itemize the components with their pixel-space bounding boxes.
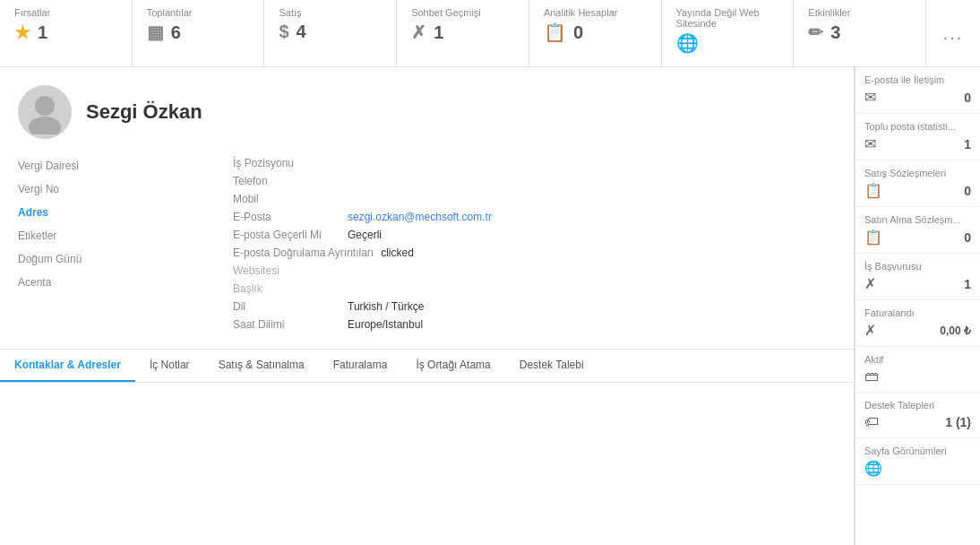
- globe-icon: 🌐: [864, 460, 882, 477]
- analytics-icon: 📋: [544, 22, 566, 43]
- label-eposta-dogrulama: E-posta Doğrulama Ayrıntıları: [233, 247, 374, 259]
- topbar-count-satis: 4: [297, 22, 306, 42]
- topbar-count-analitik: 0: [573, 22, 583, 43]
- row-eposta-gecerli: E-posta Geçerli Mi Geçerli: [233, 229, 502, 241]
- tab-is-ortagi[interactable]: İş Ortağı Atama: [401, 350, 504, 382]
- ri-label-destek-talepleri: Destek Talepleri: [864, 400, 971, 411]
- label-mobil: Mobil: [233, 193, 340, 205]
- cross-icon-2: ✗: [864, 322, 876, 339]
- topbar-count-sohbet: 1: [434, 22, 443, 43]
- tab-kontaklar[interactable]: Kontaklar & Adresler: [0, 350, 135, 382]
- tab-faturalama[interactable]: Faturalama: [319, 350, 402, 382]
- field-etiketler: Etiketler: [18, 227, 197, 245]
- right-item-aktif[interactable]: Aktif 🗃: [855, 347, 980, 393]
- tab-satis-satinalma[interactable]: Satış & Satınalma: [204, 350, 319, 382]
- row-websitesi: Websitesi: [233, 264, 502, 277]
- topbar-label-etkinlikler: Etkinlikler: [808, 7, 850, 18]
- label-eposta-gecerli: E-posta Geçerli Mi: [233, 229, 340, 241]
- topbar-item-analitik[interactable]: Analitik Hesaplar 📋 0: [529, 0, 662, 66]
- profile-header: Sezgi Özkan: [0, 67, 854, 148]
- label-dil: Dil: [233, 300, 340, 313]
- right-panel: E-posta ile İletişim ✉ 0 Toplu posta ist…: [855, 67, 980, 545]
- ri-count-toplu-posta: 1: [964, 137, 971, 151]
- dollar-icon: $: [279, 22, 288, 42]
- document-icon-2: 📋: [864, 229, 882, 246]
- label-saat-dilimi: Saat Dilimi: [233, 318, 340, 331]
- topbar-label-toplantilar: Toplantılar: [147, 7, 193, 18]
- topbar-label-analitik: Analitik Hesaplar: [544, 7, 618, 18]
- avatar: [18, 85, 72, 139]
- web-icon: 🌐: [676, 32, 699, 54]
- tab-ic-notlar[interactable]: İç Notlar: [135, 350, 204, 382]
- ri-count-faturalandı: 0,00 ₺: [940, 324, 971, 337]
- field-acenta: Acenta: [18, 273, 197, 291]
- row-eposta-dogrulama: E-posta Doğrulama Ayrıntıları clicked: [233, 247, 502, 259]
- topbar-count-toplantilar: 6: [171, 22, 181, 43]
- label-eposta: E-Posta: [233, 211, 340, 223]
- row-mobil: Mobil: [233, 193, 502, 205]
- right-item-is-basvurusu[interactable]: İş Başvurusu ✗ 1: [855, 254, 980, 300]
- profile-name: Sezgi Özkan: [86, 100, 202, 124]
- row-baslik: Başlık: [233, 282, 502, 295]
- topbar-item-toplantilar[interactable]: Toplantılar ▦ 6: [133, 0, 265, 66]
- right-item-satis-sozlesme[interactable]: Satış Sözleşmeleri 📋 0: [855, 160, 980, 207]
- right-item-destek-talepleri[interactable]: Destek Talepleri 🏷 1 (1): [855, 393, 980, 438]
- topbar-item-sohbet[interactable]: Sohbet Geçmişi ✗ 1: [397, 0, 529, 66]
- topbar-label-satis: Satış: [279, 7, 301, 18]
- ri-label-is-basvurusu: İş Başvurusu: [864, 261, 971, 272]
- ri-count-eposta-iletisim: 0: [964, 91, 971, 105]
- right-item-faturalandı[interactable]: Faturalandı ✗ 0,00 ₺: [855, 300, 980, 347]
- row-eposta: E-Posta sezgi.ozkan@mechsoft.com.tr: [233, 211, 502, 223]
- envelope-icon-1: ✉: [864, 89, 876, 106]
- pencil-icon: ✏: [808, 22, 823, 43]
- topbar-count-firsatlar: 1: [38, 22, 47, 43]
- tag-icon: 🏷: [864, 414, 879, 430]
- main-container: Sezgi Özkan Vergi Dairesi Vergi No Adres…: [0, 67, 980, 545]
- document-icon-1: 📋: [864, 182, 882, 199]
- ri-label-sayfa-gorunum: Sayfa Görünümleri: [864, 446, 971, 456]
- right-info-col: İş Pozisyonu Telefon Mobil E-Posta sezgi…: [233, 157, 502, 331]
- value-eposta[interactable]: sezgi.ozkan@mechsoft.com.tr: [348, 211, 492, 223]
- ri-count-is-basvurusu: 1: [964, 277, 971, 291]
- field-adres[interactable]: Adres: [18, 203, 197, 221]
- calendar-icon: ▦: [147, 22, 164, 43]
- value-saat-dilimi: Europe/Istanbul: [348, 318, 423, 331]
- value-dil: Turkish / Türkçe: [348, 300, 424, 313]
- field-vergi-dairesi: Vergi Dairesi: [18, 157, 197, 175]
- ri-label-toplu-posta: Toplu posta istatisti...: [864, 121, 971, 132]
- row-dil: Dil Turkish / Türkçe: [233, 300, 502, 313]
- archive-icon: 🗃: [864, 368, 879, 385]
- label-is-pozisyonu: İş Pozisyonu: [233, 157, 340, 169]
- top-bar: Fırsatlar ★ 1 Toplantılar ▦ 6 Satış $ 4 …: [0, 0, 980, 67]
- topbar-count-etkinlikler: 3: [830, 22, 840, 43]
- topbar-item-firsatlar[interactable]: Fırsatlar ★ 1: [0, 0, 133, 66]
- ri-label-faturalandı: Faturalandı: [864, 307, 971, 318]
- label-websitesi: Websitesi: [233, 264, 340, 277]
- topbar-label-firsatlar: Fırsatlar: [14, 7, 50, 18]
- row-saat-dilimi: Saat Dilimi Europe/Istanbul: [233, 318, 502, 331]
- topbar-item-yayinda[interactable]: Yayında Değil Web Sitesinde 🌐: [662, 0, 795, 66]
- right-item-eposta-iletisim[interactable]: E-posta ile İletişim ✉ 0: [855, 67, 980, 114]
- more-button[interactable]: ...: [926, 0, 980, 67]
- star-icon: ★: [14, 22, 30, 43]
- left-panel: Sezgi Özkan Vergi Dairesi Vergi No Adres…: [0, 67, 855, 545]
- svg-point-0: [35, 96, 55, 116]
- right-item-toplu-posta[interactable]: Toplu posta istatisti... ✉ 1: [855, 114, 980, 160]
- topbar-label-yayinda: Yayında Değil Web Sitesinde: [676, 7, 779, 29]
- value-eposta-dogrulama: clicked: [381, 247, 414, 259]
- ri-count-satin-alma: 0: [964, 230, 971, 245]
- left-info-col: Vergi Dairesi Vergi No Adres Etiketler D…: [18, 157, 197, 331]
- label-telefon: Telefon: [233, 175, 340, 187]
- right-item-satin-alma-sozlesme[interactable]: Satın Alma Sözleşm... 📋 0: [855, 207, 980, 254]
- info-section: Vergi Dairesi Vergi No Adres Etiketler D…: [0, 148, 854, 340]
- row-is-pozisyonu: İş Pozisyonu: [233, 157, 502, 169]
- ri-label-satin-alma: Satın Alma Sözleşm...: [864, 214, 971, 225]
- tab-destek-talebi[interactable]: Destek Talebi: [505, 350, 598, 382]
- label-baslik: Başlık: [233, 282, 340, 295]
- topbar-item-satis[interactable]: Satış $ 4: [264, 0, 397, 66]
- topbar-item-etkinlikler[interactable]: Etkinlikler ✏ 3: [794, 0, 926, 66]
- tabs-bar: Kontaklar & Adresler İç Notlar Satış & S…: [0, 349, 854, 383]
- ri-count-satis-sozlesme: 0: [964, 184, 971, 198]
- right-item-sayfa-gorunum[interactable]: Sayfa Görünümleri 🌐: [855, 438, 980, 485]
- ri-label-satis-sozlesme: Satış Sözleşmeleri: [864, 168, 971, 178]
